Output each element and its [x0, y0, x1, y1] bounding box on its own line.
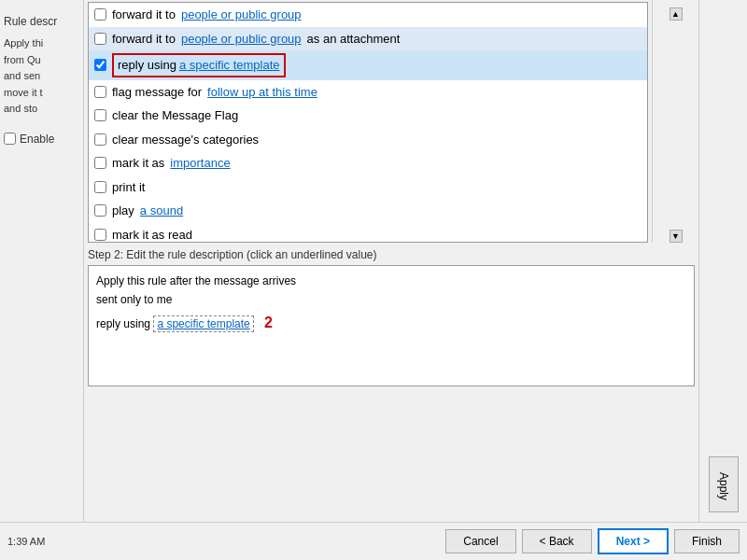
link-specific-template[interactable]: a specific template [179, 56, 280, 75]
action-reply-template[interactable]: 1 reply using a specific template [89, 50, 647, 80]
apply-button[interactable]: Apply [709, 456, 739, 512]
checkbox-sound[interactable] [94, 204, 106, 217]
reply-template-box: reply using a specific template [112, 53, 286, 77]
back-button[interactable]: < Back [522, 529, 592, 553]
actions-list[interactable]: forward it to people or public group for… [88, 2, 648, 243]
cancel-button[interactable]: Cancel [445, 529, 515, 553]
action-forward-people[interactable]: forward it to people or public group [89, 3, 647, 27]
checkbox-forward-attachment[interactable] [94, 33, 106, 45]
dialog-main: forward it to people or public group for… [84, 0, 698, 522]
checkbox-print[interactable] [94, 181, 106, 193]
link-importance[interactable]: importance [170, 154, 230, 173]
action-mark-importance[interactable]: mark it as importance [89, 151, 647, 175]
action-forward-attachment[interactable]: forward it to people or public group as … [89, 27, 647, 51]
step2-line2: sent only to me [96, 290, 686, 309]
bottom-bar: 1:39 AM Cancel < Back Next > Finish [0, 522, 747, 560]
time-display: 1:39 AM [7, 536, 45, 547]
actions-area: forward it to people or public group for… [84, 0, 698, 243]
link-people-group-attach[interactable]: people or public group [181, 30, 302, 49]
action-mark-read[interactable]: mark it as read [89, 223, 647, 244]
step2-description-box: Apply this rule after the message arrive… [88, 265, 695, 386]
link-sound[interactable]: a sound [140, 202, 183, 220]
scroll-up-arrow[interactable]: ▲ [669, 7, 683, 21]
next-button[interactable]: Next > [598, 528, 669, 554]
rule-desc-text: Apply thi from Qu and sen move it t and … [4, 35, 79, 118]
step2-line1: Apply this rule after the message arrive… [96, 272, 686, 290]
link-follow-up[interactable]: follow up at this time [207, 83, 317, 102]
bottom-buttons: Cancel < Back Next > Finish [445, 528, 740, 554]
right-panel: Apply [698, 0, 747, 522]
link-people-group[interactable]: people or public group [181, 6, 302, 24]
step2-label: Step 2: Edit the rule description (click… [88, 248, 695, 261]
step2-area: Step 2: Edit the rule description (click… [88, 248, 695, 386]
checkbox-flag[interactable] [94, 86, 106, 98]
checkbox-mark-read[interactable] [94, 229, 106, 241]
annotation-2-marker: 2 [264, 315, 273, 330]
checkbox-clear-flag[interactable] [94, 109, 106, 121]
checkbox-importance[interactable] [94, 157, 106, 169]
finish-button[interactable]: Finish [674, 529, 740, 553]
rule-desc-label: Rule descr [4, 15, 79, 28]
checkbox-reply-template[interactable] [94, 59, 106, 71]
enable-row[interactable]: Enable [4, 133, 79, 146]
action-clear-categories[interactable]: clear message's categories [89, 128, 647, 152]
left-panel: Rule descr Apply thi from Qu and sen mov… [0, 0, 84, 522]
action-print[interactable]: print it [89, 175, 647, 200]
action-clear-flag[interactable]: clear the Message Flag [89, 104, 647, 128]
step2-line3: reply using a specific template 2 [96, 310, 686, 335]
checkbox-clear-categories[interactable] [94, 133, 106, 146]
action-flag-message[interactable]: flag message for follow up at this time [89, 80, 647, 105]
enable-checkbox[interactable] [4, 133, 16, 145]
action-play-sound[interactable]: play a sound [89, 199, 647, 223]
link-step2-template[interactable]: a specific template [153, 315, 253, 332]
enable-label: Enable [20, 133, 54, 146]
scroll-down-arrow[interactable]: ▼ [669, 230, 683, 243]
scroll-area: ▲ ▼ [652, 0, 698, 243]
checkbox-forward-people[interactable] [94, 8, 106, 21]
